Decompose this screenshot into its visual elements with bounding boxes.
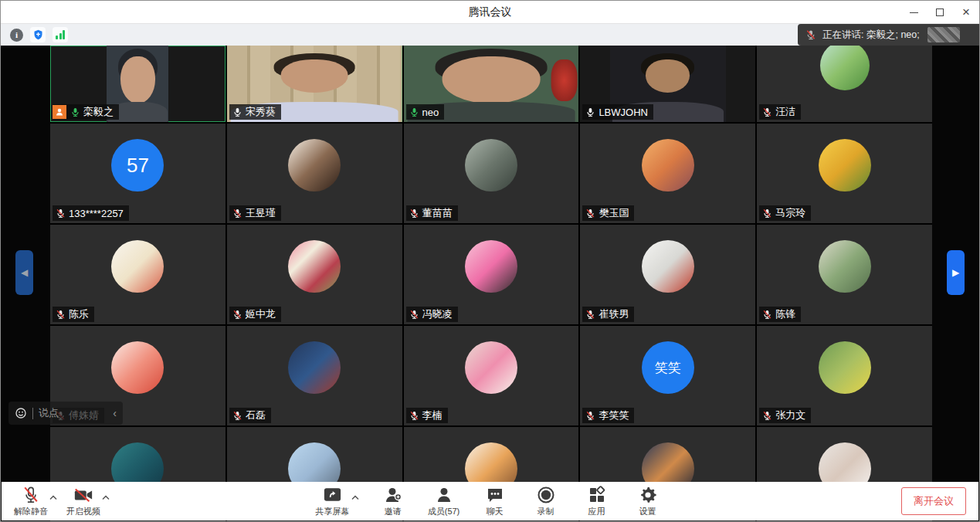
unmute-button[interactable]: 解除静音 — [14, 486, 48, 517]
settings-button[interactable]: 设置 — [631, 486, 665, 517]
participant-tile[interactable]: 陈乐 — [50, 225, 226, 324]
security-shield-icon[interactable] — [30, 27, 46, 42]
mic-muted-icon — [409, 208, 419, 219]
participant-name: 宋秀葵 — [246, 105, 276, 119]
participant-name: 张力文 — [775, 408, 805, 422]
invite-button[interactable]: 邀请 — [376, 486, 410, 517]
emoji-icon[interactable] — [15, 407, 27, 419]
avatar — [819, 341, 871, 394]
chevron-up-icon[interactable] — [102, 495, 110, 500]
participant-tile[interactable]: LBWJOHN — [580, 46, 755, 122]
face — [646, 59, 690, 93]
participant-name-tag: neo — [406, 104, 445, 120]
collapse-arrow-icon[interactable]: ‹ — [113, 407, 117, 419]
chat-label: 聊天 — [487, 506, 504, 517]
mic-muted-icon — [56, 309, 66, 320]
minimize-button[interactable] — [900, 1, 927, 24]
participant-name-tag: 张力文 — [759, 408, 811, 423]
prev-page-arrow[interactable]: ◀ — [15, 250, 33, 295]
participant-name-tag: 姬中龙 — [229, 307, 281, 322]
participant-tile[interactable]: 陈锋 — [757, 225, 932, 324]
mic-muted-icon — [762, 107, 772, 118]
participant-tile[interactable]: 姬中龙 — [227, 225, 402, 324]
avatar — [465, 341, 517, 394]
mic-muted-icon — [409, 309, 419, 320]
record-label: 录制 — [537, 506, 554, 517]
participant-tile[interactable]: 王昱瑾 — [227, 124, 402, 223]
participant-name: 陈锋 — [775, 307, 795, 321]
participant-tile[interactable]: 樊玉国 — [580, 124, 755, 223]
apps-button[interactable]: 应用 — [580, 486, 614, 517]
participant-name-tag: 董苗苗 — [406, 205, 458, 221]
record-button[interactable]: 录制 — [529, 486, 563, 517]
next-page-arrow[interactable]: ▶ — [947, 250, 965, 295]
start-video-button[interactable]: 开启视频 — [66, 486, 100, 517]
participant-tile[interactable]: 董苗苗 — [404, 124, 579, 223]
leave-meeting-button[interactable]: 离开会议 — [901, 487, 966, 515]
share-screen-button[interactable]: 共享屏幕 — [316, 486, 350, 517]
invite-label: 邀请 — [385, 506, 402, 517]
participant-tile[interactable]: 栾毅之 — [50, 46, 226, 122]
participant-name: 栾毅之 — [83, 105, 114, 119]
toolbar: 解除静音 开启视频 — [2, 482, 978, 520]
members-label: 成员(57) — [428, 506, 460, 517]
members-button[interactable]: 成员(57) — [427, 486, 461, 517]
network-signal-icon[interactable] — [53, 27, 68, 42]
avatar — [819, 139, 871, 192]
avatar — [819, 240, 871, 293]
titlebar: 腾讯会议 × — [1, 1, 979, 24]
chat-button[interactable]: 聊天 — [478, 486, 512, 517]
participant-tile[interactable]: 张力文 — [757, 326, 932, 425]
participant-name: LBWJOHN — [599, 107, 648, 118]
speaking-text: 正在讲话: 栾毅之; neo; — [822, 29, 920, 42]
mic-muted-icon — [232, 410, 242, 422]
participant-name: 马宗玲 — [775, 206, 805, 220]
participant-name-tag: 李楠 — [406, 408, 448, 423]
participant-name: 陈乐 — [69, 307, 89, 321]
participant-name-tag: 133****2257 — [53, 205, 129, 221]
meeting-info-icon[interactable]: i — [10, 29, 23, 42]
participant-tile[interactable]: 崔轶男 — [580, 225, 755, 324]
close-button[interactable]: × — [953, 1, 979, 24]
participant-tile[interactable]: 冯晓凌 — [404, 225, 579, 324]
mic-icon — [585, 107, 595, 118]
participant-tile[interactable]: 李楠 — [404, 326, 579, 425]
restore-button[interactable] — [927, 1, 953, 24]
participant-name: 汪洁 — [775, 105, 795, 119]
avatar: 57 — [111, 139, 164, 192]
participant-tile[interactable]: 汪洁 — [757, 46, 932, 122]
participant-tile[interactable]: neo — [404, 46, 579, 122]
chat-icon — [486, 486, 504, 504]
mic-muted-icon — [805, 29, 816, 41]
participant-tile[interactable]: 马宗玲 — [757, 124, 932, 223]
participant-name: 133****2257 — [69, 208, 124, 219]
meeting-window: 腾讯会议 × i 正在讲话: 栾毅之; neo; — [0, 0, 980, 522]
unmute-label: 解除静音 — [14, 506, 48, 517]
share-screen-label: 共享屏幕 — [316, 506, 350, 517]
members-icon — [435, 486, 453, 504]
participant-tile[interactable]: 57 133****2257 — [50, 124, 226, 223]
face — [281, 59, 348, 93]
participant-name: 董苗苗 — [422, 206, 453, 220]
share-screen-icon — [323, 486, 342, 504]
chat-quickbar[interactable]: 说点 ‹ — [8, 402, 123, 425]
chevron-up-icon[interactable] — [351, 495, 359, 500]
chevron-up-icon[interactable] — [49, 495, 57, 500]
participant-name-tag: 宋秀葵 — [229, 104, 281, 120]
participant-name-tag: 陈锋 — [759, 307, 801, 322]
participant-name-tag: 樊玉国 — [582, 205, 634, 221]
participant-name-tag: 汪洁 — [759, 104, 801, 120]
participant-name: 冯晓凌 — [422, 307, 453, 321]
mic-muted-icon — [585, 309, 595, 320]
participant-tile[interactable]: 宋秀葵 — [227, 46, 402, 122]
participant-name-tag: 马宗玲 — [759, 205, 811, 221]
participant-tile[interactable]: 石磊 — [227, 326, 402, 425]
stage: 栾毅之 宋秀葵 neo LBWJOHN 汪洁57 133****2257 王 — [1, 46, 979, 521]
participant-name: 崔轶男 — [599, 307, 629, 321]
minimize-icon — [910, 12, 918, 13]
avatar-text: 笑笑 — [642, 341, 694, 394]
participant-name: 李楠 — [422, 408, 443, 422]
chat-input-placeholder[interactable]: 说点 — [39, 406, 107, 420]
participant-name: neo — [422, 107, 439, 118]
participant-tile[interactable]: 笑笑 李笑笑 — [580, 326, 755, 425]
